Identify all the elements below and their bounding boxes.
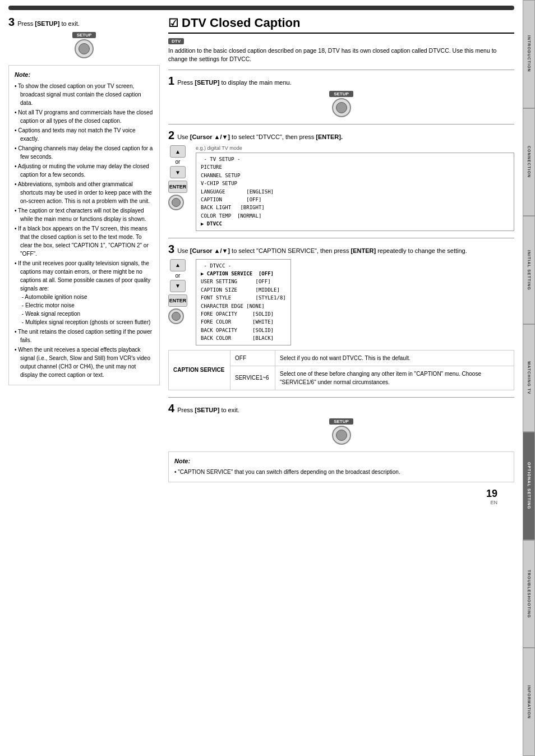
menu-item: PICTURE bbox=[201, 163, 509, 171]
caption-service-label: CAPTION SERVICE bbox=[169, 350, 230, 390]
tab-watching-tv[interactable]: WATCHING TV bbox=[523, 324, 535, 432]
menu-item: CHARACTER EDGE [NONE] bbox=[201, 302, 286, 310]
setup-label-step4: SETUP bbox=[329, 418, 353, 425]
tab-optional-setting[interactable]: OPTIONAL SETTING bbox=[523, 432, 535, 540]
setup-button-left: SETUP bbox=[8, 32, 160, 58]
right-step1-number: 1 bbox=[168, 75, 174, 87]
note-item: Not all TV programs and commercials have… bbox=[15, 108, 154, 125]
enter-button[interactable]: ENTER bbox=[168, 181, 187, 193]
step3-cursor-label: [Cursor ▲/▼] bbox=[190, 247, 230, 254]
tab-connection[interactable]: CONNECTION bbox=[523, 108, 535, 216]
menu-item: BACK LIGHT [BRIGHT] bbox=[201, 204, 509, 211]
cursor-up-button[interactable]: ▲ bbox=[170, 145, 186, 158]
step3-cursor-down-area: ▼ bbox=[168, 280, 187, 292]
right-step3-text: Use [Cursor ▲/▼] to select "CAPTION SERV… bbox=[177, 247, 467, 254]
menu-item: FORE COLOR [WHITE] bbox=[201, 318, 286, 326]
step2-controls: ▲ or ▼ ENTER bbox=[168, 145, 187, 210]
divider-3 bbox=[168, 397, 514, 398]
setup-label-left: SETUP bbox=[72, 32, 96, 38]
right-step2-text: Use [Cursor ▲/▼] to select "DTVCC", then… bbox=[177, 133, 343, 140]
checkmark-icon: ☑ bbox=[168, 16, 178, 30]
service-description: Select one of these before changing any … bbox=[275, 366, 514, 390]
right-note-item: "CAPTION SERVICE" that you can switch di… bbox=[174, 468, 508, 476]
note-item: The caption or text characters will not … bbox=[15, 206, 154, 223]
right-step4: 4 Press [SETUP] to exit. SETUP bbox=[168, 402, 514, 445]
left-column: 3 Press [SETUP] to exit. SETUP Note: To … bbox=[8, 16, 160, 482]
enter-circle bbox=[168, 195, 184, 210]
tab-troubleshooting[interactable]: TROUBLESHOOTING bbox=[523, 540, 535, 648]
step2-content: ▲ or ▼ ENTER e bbox=[168, 145, 514, 231]
step4-button: [SETUP] bbox=[195, 407, 219, 413]
setup-bracket: [SETUP] bbox=[35, 20, 59, 27]
left-note-title: Note: bbox=[15, 70, 154, 80]
note-item: Abbreviations, symbols and other grammat… bbox=[15, 180, 154, 205]
step1-button: [SETUP] bbox=[195, 79, 219, 86]
step3-enter-button[interactable]: ENTER bbox=[168, 294, 187, 307]
service-value: SERVICE1~6 bbox=[230, 366, 275, 390]
enter-button-area: ENTER bbox=[168, 181, 187, 210]
right-step4-number: 4 bbox=[168, 402, 174, 415]
setup-label-step1: SETUP bbox=[329, 91, 353, 97]
menu-item: CAPTION SIZE [MIDDLE] bbox=[201, 286, 286, 294]
off-description: Select if you do not want DTVCC. This is… bbox=[275, 350, 514, 366]
right-step1: 1 Press [SETUP] to display the main menu… bbox=[168, 75, 514, 117]
setup-circle-left bbox=[75, 39, 94, 58]
right-step4-header: 4 Press [SETUP] to exit. bbox=[168, 402, 514, 415]
right-step3: 3 Use [Cursor ▲/▼] to select "CAPTION SE… bbox=[168, 243, 514, 390]
menu-item: V-CHIP SETUP bbox=[201, 179, 509, 187]
setup-button-step4: SETUP bbox=[168, 418, 514, 445]
right-note-title: Note: bbox=[174, 457, 508, 466]
left-step3-number: 3 bbox=[8, 16, 15, 29]
left-step3: 3 Press [SETUP] to exit. SETUP bbox=[8, 16, 160, 58]
note-item: If the unit receives poor quality televi… bbox=[15, 259, 154, 326]
left-note-box: Note: To show the closed caption on your… bbox=[8, 65, 160, 385]
step3-or-text: or bbox=[168, 273, 187, 279]
cursor-down-button[interactable]: ▼ bbox=[170, 166, 186, 178]
step2-menu-display: - TV SETUP - PICTURE CHANNEL SETUP V-CHI… bbox=[196, 153, 514, 231]
left-step3-text: Press [SETUP] to exit. bbox=[17, 20, 80, 27]
main-content: 3 Press [SETUP] to exit. SETUP Note: To … bbox=[0, 0, 523, 511]
setup-circle-inner-step4 bbox=[336, 430, 347, 441]
menu-item: - TV SETUP - bbox=[201, 155, 509, 163]
note-item: Captions and texts may not match the TV … bbox=[15, 126, 154, 143]
note-item: When the unit receives a special effects… bbox=[15, 345, 154, 379]
off-value: OFF bbox=[230, 350, 275, 366]
eg-label: e.g.) digital TV mode bbox=[196, 145, 514, 151]
step2-menu-area: e.g.) digital TV mode - TV SETUP - PICTU… bbox=[196, 145, 514, 231]
menu-item: FONT STYLE [STYLE1/8] bbox=[201, 294, 286, 302]
step3-menu-display: - DTVCC - ▶ CAPTION SERVICE [OFF] USER S… bbox=[196, 259, 291, 345]
step3-controls: ▲ or ▼ ENTER bbox=[168, 259, 187, 324]
title-text: DTV Closed Caption bbox=[182, 16, 300, 30]
tab-initial-setting[interactable]: INITIAL SETTING bbox=[523, 216, 535, 324]
tab-information[interactable]: INFORMATION bbox=[523, 648, 535, 756]
left-step3-header: 3 Press [SETUP] to exit. bbox=[8, 16, 160, 29]
setup-circle-step1 bbox=[332, 98, 351, 117]
menu-item: CHANNEL SETUP bbox=[201, 172, 509, 179]
top-bar bbox=[8, 6, 514, 10]
right-step4-text: Press [SETUP] to exit. bbox=[177, 407, 239, 413]
step3-content: ▲ or ▼ ENTER bbox=[168, 259, 514, 345]
right-step1-header: 1 Press [SETUP] to display the main menu… bbox=[168, 75, 514, 87]
menu-item: BACK COLOR [BLACK] bbox=[201, 334, 286, 342]
cursor-down-area: ▼ bbox=[168, 166, 187, 178]
page-lang: EN bbox=[8, 500, 497, 505]
step3-cursor-up-button[interactable]: ▲ bbox=[170, 259, 186, 271]
menu-item-selected: ▶ CAPTION SERVICE [OFF] bbox=[201, 270, 286, 278]
step3-cursor-down-button[interactable]: ▼ bbox=[170, 280, 186, 292]
right-step3-number: 3 bbox=[168, 243, 174, 256]
menu-item: COLOR TEMP [NORMAL] bbox=[201, 212, 509, 220]
table-row: CAPTION SERVICE OFF Select if you do not… bbox=[169, 350, 514, 366]
note-item: If a black box appears on the TV screen,… bbox=[15, 224, 154, 258]
right-step2-header: 2 Use [Cursor ▲/▼] to select "DTVCC", th… bbox=[168, 129, 514, 142]
page-title: ☑ DTV Closed Caption bbox=[168, 16, 514, 34]
menu-item-selected: ▶ DTVCC bbox=[201, 220, 509, 228]
step3-menu-area: - DTVCC - ▶ CAPTION SERVICE [OFF] USER S… bbox=[196, 259, 291, 345]
setup-circle-step4 bbox=[332, 426, 351, 445]
right-column: ☑ DTV Closed Caption DTV In addition to … bbox=[168, 16, 514, 482]
or-text: or bbox=[168, 159, 187, 165]
tab-introduction[interactable]: INTRODUCTION bbox=[523, 0, 535, 108]
step2-enter-label: [ENTER]. bbox=[316, 133, 343, 140]
right-step2: 2 Use [Cursor ▲/▼] to select "DTVCC", th… bbox=[168, 129, 514, 231]
side-tabs: INTRODUCTION CONNECTION INITIAL SETTING … bbox=[523, 0, 535, 756]
setup-circle-inner-left bbox=[79, 43, 90, 54]
